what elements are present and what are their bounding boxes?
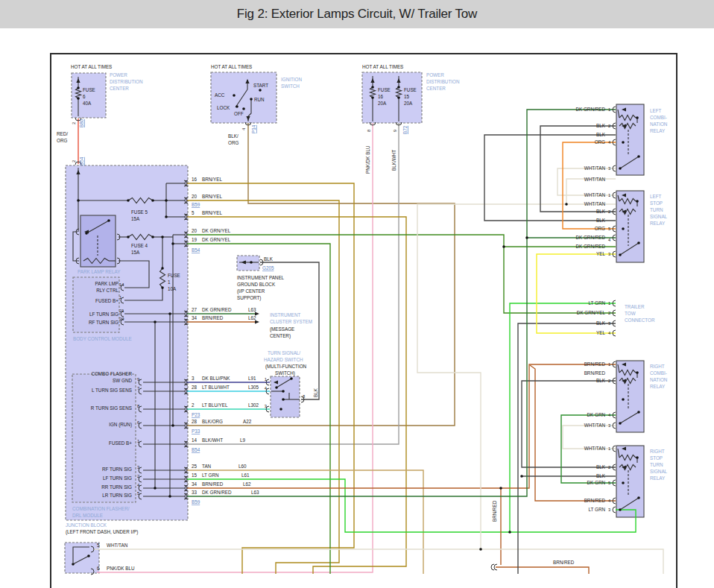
diagram-label: DK GRN/RED <box>575 235 605 240</box>
diagram-label: WHT/TAN <box>584 165 606 171</box>
diagram-label: LT GRN <box>588 300 605 306</box>
diagram-label: 16 <box>192 177 198 182</box>
diagram-label: 14 <box>119 282 124 287</box>
diagram-label: WHT/TAN <box>107 543 128 548</box>
diagram-label: 5 <box>608 481 610 485</box>
junction-dot <box>154 487 157 490</box>
junction-dot <box>397 86 400 89</box>
diagram-label: LF TURN SIG <box>89 312 119 317</box>
diagram-label: B72 <box>402 125 408 134</box>
diagram-label: LT GRN <box>202 472 219 478</box>
diagram-label: FUSE <box>404 87 417 92</box>
diagram-label: 1 <box>168 279 171 285</box>
diagram-label: 33 <box>192 490 198 495</box>
diagram-label: 1 <box>608 193 610 197</box>
diagram-label: ORG <box>595 139 605 145</box>
diagram-label: A22 <box>243 419 252 424</box>
diagram-label: 1 <box>608 301 610 306</box>
junction-dot <box>371 86 374 89</box>
diagram-label: INSTRUMENT PANEL <box>237 275 285 280</box>
diagram-label: GROUND BLOCK <box>237 282 276 287</box>
diagram-label: 1 <box>608 362 610 367</box>
content-cut-mask <box>52 574 675 588</box>
diagram-label: 3 <box>608 252 610 256</box>
junction-dot <box>637 155 640 158</box>
diagram-label: OFF <box>234 111 244 116</box>
diagram-label: 40A <box>83 101 92 106</box>
diagram-label: SW GND <box>113 378 132 383</box>
diagram-label: BRN/RED <box>553 560 575 565</box>
diagram-label: 3 <box>608 321 610 326</box>
module-box <box>616 104 644 175</box>
module-box <box>616 191 644 262</box>
diagram-label: 34 <box>192 481 198 487</box>
diagram-label: 25 <box>192 464 198 469</box>
diagram-label: BLK <box>596 320 606 326</box>
junction-dot <box>479 548 482 551</box>
diagram-label: LF TURN SIG <box>103 475 132 481</box>
diagram-label: LEFT <box>650 194 662 199</box>
diagram-label: 3 <box>137 465 139 470</box>
diagram-label: CONNECTOR <box>625 317 655 323</box>
diagram-label: L302 <box>248 402 259 408</box>
diagram-label: 3 <box>192 376 195 381</box>
diagram-label: DISTRIBUTION <box>110 79 143 84</box>
diagram-label: BLK <box>313 388 318 397</box>
diagram-label: 2 <box>72 122 76 124</box>
diagram-label: 10A <box>168 286 177 291</box>
junction-dot <box>161 286 164 289</box>
diagram-label: 6 <box>137 420 139 425</box>
diagram-label: (LEFT FRONT DASH, UNDER I/P) <box>66 529 138 535</box>
junction-dot <box>636 200 639 203</box>
junction-dot <box>397 96 400 99</box>
page: Fig 2: Exterior Lamps Circuit, W/ Traile… <box>0 0 714 588</box>
junction-dot <box>290 377 293 380</box>
junction-dot <box>622 398 625 401</box>
diagram-label: HOT AT ALL TIMES <box>71 64 112 69</box>
diagram-label: G205 <box>262 265 274 271</box>
diagram-label: L9 <box>240 437 246 443</box>
diagram-label: RF TURN SIG <box>89 320 119 325</box>
diagram-label: HAZARD SWITCH <box>264 357 303 362</box>
junction-dot <box>250 98 253 101</box>
diagram-label: 5 <box>137 491 139 496</box>
diagram-label: BLK/ORG <box>202 419 223 424</box>
diagram-label: 1 <box>265 377 267 382</box>
diagram-label: 8 <box>303 394 305 399</box>
diagram-label: 2 <box>137 474 139 478</box>
diagram-label: BLK <box>596 218 606 223</box>
diagram-label: BLK <box>596 473 606 478</box>
junction-dot <box>161 267 164 270</box>
junction-dot <box>637 241 640 244</box>
diagram-label: 34 <box>192 315 198 320</box>
diagram-label: TURN <box>650 207 663 212</box>
diagram-label: L62 <box>243 481 251 487</box>
junction-dot <box>279 408 282 411</box>
diagram-label: 1 <box>119 295 121 300</box>
diagram-label: 27 <box>192 307 198 312</box>
diagram-label: FUSE <box>83 87 95 92</box>
diagram-label: LT BLU/WHT <box>202 385 230 390</box>
diagram-label: 14 <box>192 437 198 443</box>
diagram-label: FUSED B+ <box>109 440 132 446</box>
diagram-label: DK BLU/PNK <box>202 376 230 381</box>
junction-dot <box>151 235 154 238</box>
diagram-label: 9 <box>393 130 397 132</box>
diagram-label: PARK LMP <box>95 281 119 286</box>
diagram-label: POWER <box>426 72 444 78</box>
diagram-label: DK GRN/YEL <box>202 237 231 242</box>
diagram-label: 21 <box>119 309 124 313</box>
junction-dot <box>275 386 278 389</box>
diagram-label: (I/P CENTER <box>237 288 265 294</box>
diagram-label: BRN/RED <box>584 498 606 503</box>
diagram-label: START <box>253 83 268 88</box>
diagram-label: B59 <box>192 202 200 207</box>
junction-dot <box>525 236 528 239</box>
diagram-label: 20 <box>119 317 124 321</box>
diagram-label: 5 <box>192 210 195 215</box>
junction-dot <box>171 424 174 427</box>
junction-dot <box>619 508 622 511</box>
diagram-label: 2 <box>608 465 610 470</box>
module-box <box>237 256 259 271</box>
module-box <box>72 374 136 502</box>
